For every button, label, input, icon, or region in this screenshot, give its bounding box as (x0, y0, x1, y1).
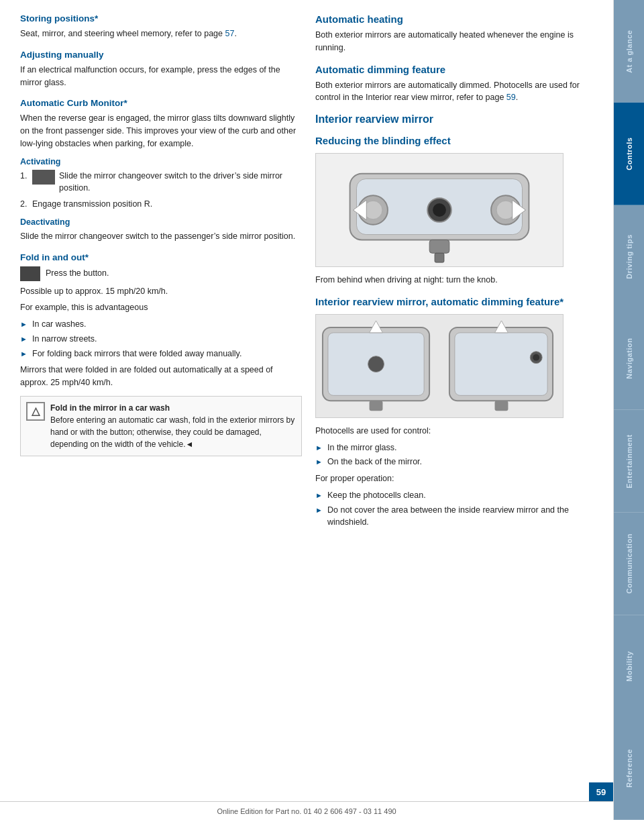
sidebar-item-navigation[interactable]: Navigation (614, 307, 644, 410)
step-1-num: 1. (20, 170, 32, 183)
main-content: Storing positions* Seat, mirror, and ste… (0, 0, 613, 820)
warning-title: Fold in the mirror in a car wash (50, 403, 170, 413)
step-2-text: Engage transmission position R. (32, 198, 152, 211)
section-fold: Fold in and out* Press the button. Possi… (20, 252, 302, 456)
bullet-car-washes: ► In car washes. (20, 318, 302, 331)
step-1-text: Slide the mirror changeover switch to th… (59, 170, 302, 195)
deactivating-subheading: Deactivating (20, 217, 302, 227)
warning-body: Before entering an automatic car wash, f… (50, 415, 294, 449)
sidebar-item-mobility[interactable]: Mobility (614, 615, 644, 718)
bullet-back-mirror: ► On the back of the mirror. (315, 456, 593, 468)
fold-heading: Fold in and out* (20, 252, 302, 262)
mirrors-folded-body: Mirrors that were folded in are folded o… (20, 364, 302, 389)
bullet-no-cover-text: Do not cover the area between the inside… (327, 504, 593, 529)
bullet-arrow-4: ► (315, 442, 323, 454)
bullet-narrow-text: In narrow streets. (32, 333, 97, 346)
section-deactivating: Deactivating Slide the mirror changeover… (20, 217, 302, 243)
warning-icon: △ (26, 402, 45, 421)
sidebar-item-communication[interactable]: Communication (614, 513, 644, 615)
storing-body: Seat, mirror, and steering wheel memory,… (20, 28, 302, 40)
bullet-back-mirror-text: On the back of the mirror. (327, 456, 422, 468)
sidebar: At a glance Controls Driving tips Naviga… (613, 0, 644, 820)
svg-point-20 (533, 354, 539, 361)
sidebar-item-controls[interactable]: Controls (614, 103, 644, 205)
mirror-diagram (315, 153, 564, 267)
dimming-svg (316, 314, 563, 417)
storing-link[interactable]: 57 (225, 29, 234, 38)
warning-text: Fold in the mirror in a car wash Before … (50, 402, 296, 450)
bullet-folding-back: ► For folding back mirrors that were fol… (20, 348, 302, 360)
right-column: Automatic heating Both exterior mirrors … (315, 13, 593, 793)
svg-rect-18 (455, 333, 547, 395)
bullet-keep-clean: ► Keep the photocells clean. (315, 489, 593, 502)
adjusting-heading: Adjusting manually (20, 50, 302, 60)
auto-dimming-heading: Automatic dimming feature (315, 64, 593, 75)
bullet-mirror-glass: ► In the mirror glass. (315, 442, 593, 454)
mirror-svg (316, 154, 563, 266)
section-auto-dim-feature: Interior rearview mirror, automatic dimm… (315, 296, 593, 307)
page-container: Storing positions* Seat, mirror, and ste… (0, 0, 644, 820)
page-number: 59 (596, 787, 606, 797)
bullet-keep-clean-text: Keep the photocells clean. (327, 489, 426, 502)
auto-dimming-link[interactable]: 59 (506, 93, 516, 102)
bullet-mirror-glass-text: In the mirror glass. (327, 442, 397, 454)
svg-rect-22 (495, 401, 508, 411)
bullet-folding-text: For folding back mirrors that were folde… (32, 348, 241, 360)
page-number-box: 59 (589, 782, 613, 801)
section-activating: Activating 1. Slide the mirror changeove… (20, 157, 302, 211)
sidebar-item-driving-tips[interactable]: Driving tips (614, 205, 644, 308)
left-column: Storing positions* Seat, mirror, and ste… (20, 13, 302, 793)
bullet-narrow-streets: ► In narrow streets. (20, 333, 302, 346)
bullet-arrow-3: ► (20, 348, 28, 360)
warning-box: △ Fold in the mirror in a car wash Befor… (20, 396, 302, 456)
section-auto-heating: Automatic heating Both exterior mirrors … (315, 13, 593, 54)
fold-press-body: Press the button. (46, 267, 109, 280)
sidebar-item-entertainment[interactable]: Entertainment (614, 410, 644, 513)
curb-heading: Automatic Curb Monitor* (20, 98, 302, 108)
auto-dimming-body: Both exterior mirrors are automatically … (315, 79, 593, 105)
deactivating-body: Slide the mirror changeover switch to th… (20, 230, 302, 243)
svg-point-9 (433, 203, 446, 217)
svg-rect-11 (435, 253, 444, 262)
section-interior-mirror: Interior rearview mirror Reducing the bl… (315, 113, 593, 146)
curb-body: When the reverse gear is engaged, the mi… (20, 112, 302, 150)
footer: Online Edition for Part no. 01 40 2 606 … (0, 801, 613, 820)
footer-text: Online Edition for Part no. 01 40 2 606 … (217, 807, 396, 815)
section-curb-monitor: Automatic Curb Monitor* When the reverse… (20, 98, 302, 150)
section-storing-positions: Storing positions* Seat, mirror, and ste… (20, 13, 302, 40)
bullet-arrow-7: ► (315, 505, 323, 516)
bullet-car-washes-text: In car washes. (32, 318, 87, 331)
mirror-changeover-icon (32, 170, 55, 185)
bullet-arrow-5: ► (315, 456, 323, 468)
sidebar-item-reference[interactable]: Reference (614, 717, 644, 820)
dimming-diagram (315, 314, 564, 418)
fold-example-body: For example, this is advantageous (20, 301, 302, 314)
fold-button-icon (20, 266, 40, 281)
adjusting-body: If an electrical malfunction occurs, for… (20, 64, 302, 89)
auto-dim-feature-heading: Interior rearview mirror, automatic dimm… (315, 296, 593, 307)
interior-mirror-heading: Interior rearview mirror (315, 113, 593, 125)
step-1: 1. Slide the mirror changeover switch to… (20, 170, 302, 195)
section-adjusting-manually: Adjusting manually If an electrical malf… (20, 50, 302, 89)
sidebar-item-at-a-glance[interactable]: At a glance (614, 0, 644, 103)
step-2: 2. Engage transmission position R. (20, 198, 302, 211)
auto-heating-body: Both exterior mirrors are automatically … (315, 29, 593, 54)
step-2-num: 2. (20, 198, 32, 211)
bullet-arrow-1: ► (20, 319, 28, 330)
proper-operation-label: For proper operation: (315, 472, 593, 485)
bullet-no-cover: ► Do not cover the area between the insi… (315, 504, 593, 529)
mirror-caption: From behind when driving at night: turn … (315, 274, 593, 287)
svg-point-14 (368, 356, 384, 372)
fold-possible-body: Possible up to approx. 15 mph/20 km/h. (20, 285, 302, 298)
storing-heading: Storing positions* (20, 13, 302, 23)
svg-rect-10 (429, 240, 449, 253)
bullet-arrow-2: ► (20, 334, 28, 345)
photocells-label: Photocells are used for control: (315, 425, 593, 438)
bullet-arrow-6: ► (315, 490, 323, 501)
reducing-heading: Reducing the blinding effect (315, 135, 593, 146)
auto-heating-heading: Automatic heating (315, 13, 593, 25)
activating-subheading: Activating (20, 157, 302, 166)
section-auto-dimming: Automatic dimming feature Both exterior … (315, 64, 593, 105)
svg-rect-16 (370, 401, 383, 411)
